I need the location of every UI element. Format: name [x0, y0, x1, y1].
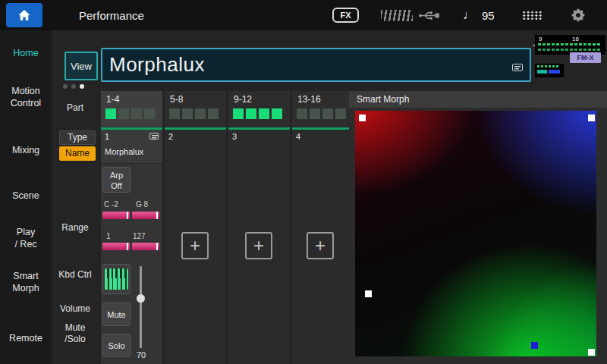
part-active-square	[233, 108, 244, 119]
part-tab-squares	[105, 108, 155, 119]
add-part-button[interactable]: +	[245, 232, 272, 259]
slider-tick	[156, 212, 158, 219]
page-dot	[63, 84, 68, 89]
status-dash	[593, 43, 596, 46]
part-active-square	[310, 108, 320, 119]
status-dash	[565, 43, 568, 46]
page-dot	[80, 84, 84, 89]
part-tab-squares	[233, 108, 282, 119]
motion-seq-dash-row	[537, 65, 561, 67]
volume-fader-handle[interactable]	[137, 294, 145, 303]
tempo-display[interactable]: ♩ 95	[463, 0, 495, 30]
plus-icon: +	[315, 235, 326, 256]
velocity-range-slider-high[interactable]	[132, 243, 159, 250]
part-active-square	[118, 108, 129, 119]
status-dash	[552, 43, 555, 46]
part-status-dash-row	[538, 49, 600, 51]
page-title: Performance	[79, 9, 144, 22]
add-part-button[interactable]: +	[307, 232, 334, 259]
note-range-low-value: C -2	[104, 200, 118, 209]
part-3-column: 3 +	[228, 127, 290, 364]
part-active-square	[272, 108, 282, 119]
solo-button[interactable]: Solo	[102, 334, 131, 357]
part-tab-9-12[interactable]: 9-12	[228, 91, 290, 127]
view-button[interactable]: View	[64, 52, 98, 80]
sidebar-item-mixing[interactable]: Mixing	[0, 144, 52, 156]
tempo-value: 95	[482, 9, 495, 22]
part-number: 2	[168, 132, 173, 141]
velocity-range-slider-low[interactable]	[102, 243, 130, 250]
quick-setup-keyboard-icon	[381, 10, 413, 21]
arp-onoff-button[interactable]: Arp Off	[102, 167, 131, 193]
quarter-note-icon: ♩	[463, 8, 476, 23]
status-dash	[574, 43, 577, 46]
blue-bar	[549, 70, 560, 74]
morph-marker-white[interactable]	[588, 349, 595, 356]
status-dash	[541, 65, 543, 67]
smart-morph-title: Smart Morph	[349, 91, 607, 108]
status-dash	[593, 49, 596, 51]
performance-name-field[interactable]: Morphalux	[101, 48, 531, 82]
part-tab-13-16[interactable]: 13-16	[292, 91, 354, 127]
note-range-slider-low[interactable]	[102, 212, 130, 219]
note-range-slider-high[interactable]	[132, 212, 159, 219]
velocity-range-low-value: 1	[106, 232, 111, 240]
part-2-column: 2 +	[165, 127, 226, 364]
part-tab-label: 1-4	[106, 94, 119, 105]
motion-seq-indicator	[535, 64, 564, 77]
part-1-column[interactable]: 1 Morphalux Arp Off C -2 G 8 1 127 Mute …	[101, 127, 162, 364]
status-dash	[547, 49, 550, 51]
sidebar-item-home[interactable]: Home	[0, 47, 52, 59]
menu-grid-icon[interactable]	[522, 11, 543, 20]
add-part-button[interactable]: +	[181, 232, 209, 259]
volume-fader-track[interactable]	[140, 266, 142, 348]
status-dash	[597, 49, 600, 51]
part-active-square	[208, 108, 219, 119]
page-dots	[63, 84, 84, 89]
mute-button[interactable]: Mute	[102, 303, 131, 326]
part-tab-squares	[169, 108, 219, 119]
part-active-square	[322, 108, 333, 119]
morph-marker-blue[interactable]	[531, 342, 538, 349]
mute-solo-row-label: Mute /Solo	[52, 322, 99, 345]
morph-marker-white[interactable]	[359, 115, 366, 121]
kbd-ctrl-button[interactable]	[102, 264, 131, 294]
status-dash	[561, 43, 564, 46]
part-tab-label: 5-8	[170, 94, 183, 105]
part-active-square	[335, 108, 346, 119]
smart-morph-map[interactable]	[355, 111, 596, 356]
status-dash	[547, 43, 550, 46]
part-active-square	[131, 108, 142, 119]
status-dash	[574, 49, 577, 51]
status-dash	[579, 43, 582, 46]
part-number: 3	[232, 132, 237, 141]
sidebar-item-remote[interactable]: Remote	[0, 332, 52, 344]
status-dash	[549, 65, 551, 67]
main-area: View Morphalux 9 16 FM-X Part 1-4	[52, 30, 607, 364]
part-tab-5-8[interactable]: 5-8	[165, 91, 226, 127]
slider-tick	[127, 212, 128, 219]
part-1-header[interactable]: 1 Morphalux	[101, 130, 162, 164]
status-dash	[561, 49, 564, 51]
morph-marker-white[interactable]	[588, 115, 595, 121]
fx-button[interactable]: FX	[332, 8, 359, 23]
sidebar-item-scene[interactable]: Scene	[0, 190, 52, 202]
status-dash	[552, 49, 555, 51]
slider-tick	[156, 243, 158, 250]
part-tab-1-4[interactable]: 1-4	[101, 91, 162, 127]
part-number: 4	[296, 132, 300, 141]
morph-marker-white[interactable]	[365, 290, 372, 297]
status-dash	[543, 43, 546, 46]
home-button[interactable]	[6, 3, 42, 27]
sidebar-item-motion-control[interactable]: Motion Control	[0, 85, 52, 109]
note-range-high-value: G 8	[136, 200, 148, 209]
part-number-9-label: 9	[539, 36, 542, 42]
name-toggle-button[interactable]: Name	[59, 146, 96, 161]
sidebar-item-smart-morph[interactable]: Smart Morph	[0, 270, 52, 294]
gear-icon[interactable]	[571, 8, 586, 23]
type-toggle-button[interactable]: Type	[59, 130, 96, 145]
status-dash	[556, 43, 559, 46]
teal-bar	[537, 70, 547, 74]
kbd-ctrl-row-label: Kbd Ctrl	[52, 269, 99, 281]
sidebar-item-play-rec[interactable]: Play / Rec	[0, 226, 52, 250]
